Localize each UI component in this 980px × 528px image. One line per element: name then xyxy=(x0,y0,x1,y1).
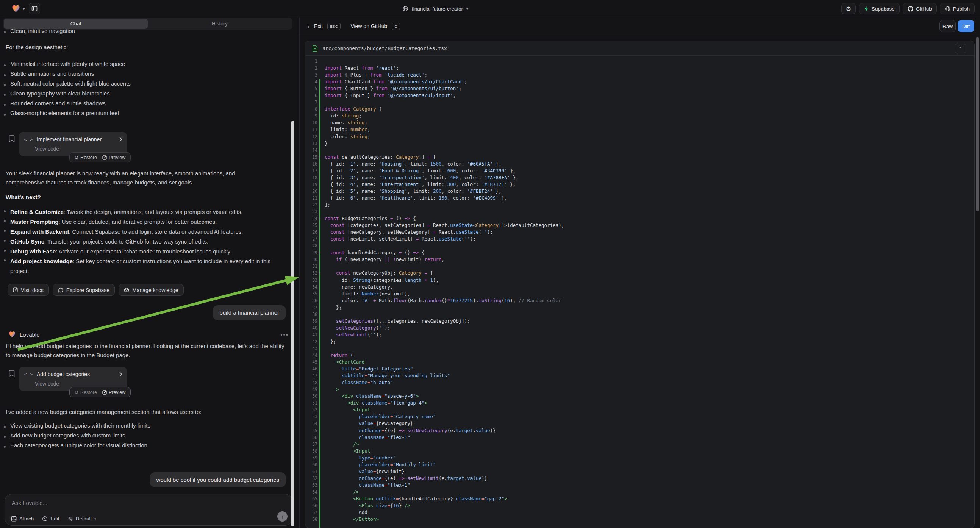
preview-button[interactable]: Preview xyxy=(102,390,126,395)
code-line: 45 <ChartCard xyxy=(305,359,974,366)
restore-icon: ↺ xyxy=(75,390,78,395)
code-line: 5import { Button } from '@/components/ui… xyxy=(305,85,974,92)
bullet-dot xyxy=(4,64,6,66)
code-line: 15▼const defaultCategories: Category[] =… xyxy=(305,154,974,161)
model-selector[interactable]: Default ▾ xyxy=(68,516,96,522)
code-text: <Input xyxy=(325,406,370,413)
list-item: Subtle animations and transitions xyxy=(0,68,131,78)
restore-button[interactable]: ↺Restore xyxy=(75,390,97,395)
fold-chevron-icon[interactable]: ▼ xyxy=(318,250,320,256)
attach-button[interactable]: Attach xyxy=(11,516,34,522)
chat-input[interactable] xyxy=(12,499,269,506)
list-item: Debug with Ease: Activate our experiment… xyxy=(0,247,288,256)
bookmark-icon[interactable] xyxy=(8,370,15,377)
github-button[interactable]: GitHub xyxy=(903,3,937,14)
code-text: limit: Number(newLimit), xyxy=(325,291,410,297)
explore-supabase-button[interactable]: Explore Supabase xyxy=(52,284,115,296)
line-number: 33 xyxy=(305,277,317,284)
code-line: 26 const [newCategory, setNewCategory] =… xyxy=(305,229,974,235)
chat-panel: Chat History Clean, intuitive navigation… xyxy=(0,17,299,528)
supabase-bolt-icon xyxy=(864,6,869,12)
code-text: <div className="space-y-6"> xyxy=(325,393,418,399)
code-viewer-header: ‹ Exit ESC View on GitHub G Raw Diff xyxy=(300,17,980,35)
preview-button[interactable]: Preview xyxy=(102,155,126,160)
project-switcher[interactable]: financial-future-creator ▾ xyxy=(402,4,468,14)
list-item: View existing budget categories with the… xyxy=(0,420,150,430)
code-line: 58 <Input xyxy=(305,448,974,455)
view-code-link[interactable]: View code xyxy=(35,381,123,387)
list-item: Clean typography with clear hierarchies xyxy=(0,88,131,98)
code-line: 52 <Input xyxy=(305,406,974,413)
line-number: 41 xyxy=(305,331,317,338)
gear-icon: ⚙ xyxy=(846,5,851,13)
fold-chevron-icon[interactable]: ▼ xyxy=(318,106,320,113)
code-line: 61 value={newLimit} xyxy=(305,468,974,475)
code-line: 66 <Plus size={16} /> xyxy=(305,502,974,509)
code-line: 24▼const BudgetCategories = () => { xyxy=(305,215,974,222)
assistant-header: Lovable ••• xyxy=(8,330,289,339)
fold-chevron-icon[interactable]: ▼ xyxy=(318,216,320,222)
line-number: 23 xyxy=(305,208,317,215)
diff-toggle-button[interactable]: Diff xyxy=(958,20,974,32)
code-text: }; xyxy=(325,338,336,345)
publish-label: Publish xyxy=(953,6,970,12)
line-number: 68 xyxy=(305,516,317,523)
list-item-text: Add new budget categories with custom li… xyxy=(10,433,125,438)
publish-button[interactable]: Publish xyxy=(940,3,975,14)
code-text: placeholder="Monthly limit" xyxy=(325,461,436,468)
bullet-dot xyxy=(4,94,6,96)
edit-mode-button[interactable]: Edit xyxy=(42,516,59,522)
settings-button[interactable]: ⚙ xyxy=(842,3,856,14)
file-card: src/components/budget/BudgetCategories.t… xyxy=(305,41,975,528)
visit-docs-button[interactable]: Visit docs xyxy=(8,284,49,296)
code-text: color: string; xyxy=(325,133,370,140)
bullet-dot xyxy=(4,74,6,76)
code-line: 6import { Input } from '@/components/ui/… xyxy=(305,92,974,99)
supabase-button[interactable]: Supabase xyxy=(859,3,900,14)
bookmark-icon[interactable] xyxy=(8,135,15,142)
file-card-header[interactable]: src/components/budget/BudgetCategories.t… xyxy=(305,41,974,56)
code-text: const [newLimit, setNewLimit] = React.us… xyxy=(325,235,476,242)
list-item-text: Each category gets a unique color for vi… xyxy=(10,442,147,448)
chat-scrollbar-thumb[interactable] xyxy=(291,121,294,526)
line-number: 40 xyxy=(305,324,317,331)
code-scrollbar-thumb[interactable] xyxy=(976,37,979,212)
code-text: onChange={(e) => setNewCategory(e.target… xyxy=(325,427,496,434)
manage-knowledge-button[interactable]: Manage knowledge xyxy=(119,284,183,296)
line-number: 37 xyxy=(305,304,317,311)
code-text: name: newCategory, xyxy=(325,284,393,291)
raw-toggle-button[interactable]: Raw xyxy=(939,20,956,32)
exit-button[interactable]: Exit xyxy=(314,23,323,29)
list-item-text: Clean typography with clear hierarchies xyxy=(10,91,110,96)
send-button[interactable]: ↑ xyxy=(277,511,288,522)
code-viewer-panel: ‹ Exit ESC View on GitHub G Raw Diff src… xyxy=(299,17,980,528)
view-code-link[interactable]: View code xyxy=(35,146,123,152)
bullet-dot xyxy=(4,259,6,261)
lovable-logo-icon[interactable] xyxy=(11,4,21,13)
code-text: <div className="flex gap-4"> xyxy=(325,399,427,406)
code-text: import { Plus } from 'lucide-react'; xyxy=(325,72,427,78)
view-on-github-button[interactable]: View on GitHub xyxy=(350,23,387,29)
line-number: 25 xyxy=(305,222,317,229)
tab-chat[interactable]: Chat xyxy=(4,19,148,29)
list-item: Expand with Backend: Connect Supabase to… xyxy=(0,227,288,237)
bullet-dot xyxy=(4,84,6,86)
line-number: 28 xyxy=(305,242,317,249)
fold-chevron-icon[interactable]: ▼ xyxy=(318,154,320,161)
code-text: color: '#' + Math.floor(Math.random()*16… xyxy=(325,297,562,304)
list-item: Clean, intuitive navigation xyxy=(0,28,75,34)
line-number: 7 xyxy=(305,99,317,106)
code-text: import ChartCard from '@/components/ui/C… xyxy=(325,78,467,85)
code-text: <Plus size={16} /> xyxy=(325,502,410,509)
collapse-file-button[interactable]: ⌃ xyxy=(955,44,966,53)
file-added-icon xyxy=(312,45,318,52)
list-item-text: View existing budget categories with the… xyxy=(10,423,150,428)
logo-menu-chevron-icon[interactable]: ▾ xyxy=(23,6,25,11)
message-more-menu[interactable]: ••• xyxy=(280,331,289,338)
line-number: 30 xyxy=(305,256,317,263)
line-number: 10 xyxy=(305,119,317,126)
sidebar-toggle-button[interactable] xyxy=(29,3,40,14)
tab-history[interactable]: History xyxy=(148,19,292,29)
fold-chevron-icon[interactable]: ▼ xyxy=(318,270,320,277)
restore-button[interactable]: ↺Restore xyxy=(75,154,97,160)
